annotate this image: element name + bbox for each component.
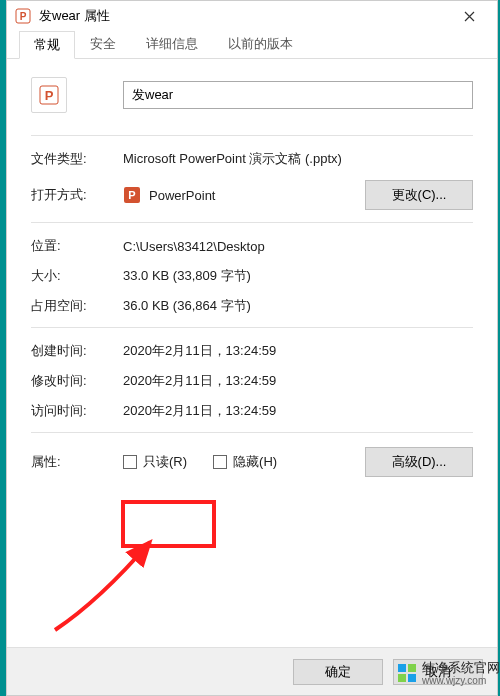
- size-row: 大小: 33.0 KB (33,809 字节): [31, 267, 473, 285]
- disksize-row: 占用空间: 36.0 KB (36,864 字节): [31, 297, 473, 315]
- disksize-value: 36.0 KB (36,864 字节): [123, 297, 473, 315]
- location-label: 位置:: [31, 237, 123, 255]
- checkbox-icon: [213, 455, 227, 469]
- file-icon: P: [31, 77, 67, 113]
- tab-details[interactable]: 详细信息: [131, 30, 213, 58]
- modified-value: 2020年2月11日，13:24:59: [123, 372, 473, 390]
- powerpoint-icon: P: [15, 8, 31, 24]
- filetype-row: 文件类型: Microsoft PowerPoint 演示文稿 (.pptx): [31, 150, 473, 168]
- filetype-label: 文件类型:: [31, 150, 123, 168]
- checkbox-icon: [123, 455, 137, 469]
- change-button[interactable]: 更改(C)...: [365, 180, 473, 210]
- svg-text:P: P: [20, 11, 27, 22]
- disksize-label: 占用空间:: [31, 297, 123, 315]
- svg-text:P: P: [128, 189, 135, 201]
- openwith-label: 打开方式:: [31, 186, 123, 204]
- svg-text:P: P: [45, 88, 54, 103]
- modified-label: 修改时间:: [31, 372, 123, 390]
- tab-bar: 常规 安全 详细信息 以前的版本: [7, 31, 497, 59]
- modified-row: 修改时间: 2020年2月11日，13:24:59: [31, 372, 473, 390]
- divider: [31, 135, 473, 136]
- hidden-label: 隐藏(H): [233, 453, 277, 471]
- divider: [31, 222, 473, 223]
- ok-button[interactable]: 确定: [293, 659, 383, 685]
- watermark-logo-icon: [398, 664, 416, 682]
- filename-input[interactable]: [123, 81, 473, 109]
- divider: [31, 432, 473, 433]
- watermark-url: www.wjzy.com: [422, 675, 500, 686]
- openwith-row: 打开方式: P PowerPoint 更改(C)...: [31, 180, 473, 210]
- tab-content: P 文件类型: Microsoft PowerPoint 演示文稿 (.pptx…: [7, 59, 497, 477]
- size-value: 33.0 KB (33,809 字节): [123, 267, 473, 285]
- watermark: 纯净系统官网 www.wjzy.com: [398, 661, 500, 686]
- readonly-label: 只读(R): [143, 453, 187, 471]
- created-value: 2020年2月11日，13:24:59: [123, 342, 473, 360]
- filetype-value: Microsoft PowerPoint 演示文稿 (.pptx): [123, 150, 473, 168]
- tab-security[interactable]: 安全: [75, 30, 131, 58]
- attributes-label: 属性:: [31, 453, 123, 471]
- tab-general[interactable]: 常规: [19, 31, 75, 59]
- divider: [31, 327, 473, 328]
- watermark-text: 纯净系统官网: [422, 661, 500, 675]
- location-row: 位置: C:\Users\83412\Desktop: [31, 237, 473, 255]
- powerpoint-app-icon: P: [123, 186, 141, 204]
- openwith-app: PowerPoint: [149, 188, 215, 203]
- created-row: 创建时间: 2020年2月11日，13:24:59: [31, 342, 473, 360]
- tab-previous-versions[interactable]: 以前的版本: [213, 30, 308, 58]
- close-button[interactable]: [449, 2, 489, 30]
- readonly-checkbox[interactable]: 只读(R): [123, 453, 187, 471]
- accessed-row: 访问时间: 2020年2月11日，13:24:59: [31, 402, 473, 420]
- properties-dialog: P 发wear 属性 常规 安全 详细信息 以前的版本 P 文件类型: Micr…: [6, 0, 498, 696]
- window-title: 发wear 属性: [39, 7, 449, 25]
- accessed-label: 访问时间:: [31, 402, 123, 420]
- hidden-checkbox[interactable]: 隐藏(H): [213, 453, 277, 471]
- accessed-value: 2020年2月11日，13:24:59: [123, 402, 473, 420]
- size-label: 大小:: [31, 267, 123, 285]
- titlebar: P 发wear 属性: [7, 1, 497, 31]
- created-label: 创建时间:: [31, 342, 123, 360]
- filename-row: P: [31, 77, 473, 113]
- attributes-row: 属性: 只读(R) 隐藏(H) 高级(D)...: [31, 447, 473, 477]
- advanced-button[interactable]: 高级(D)...: [365, 447, 473, 477]
- location-value: C:\Users\83412\Desktop: [123, 239, 473, 254]
